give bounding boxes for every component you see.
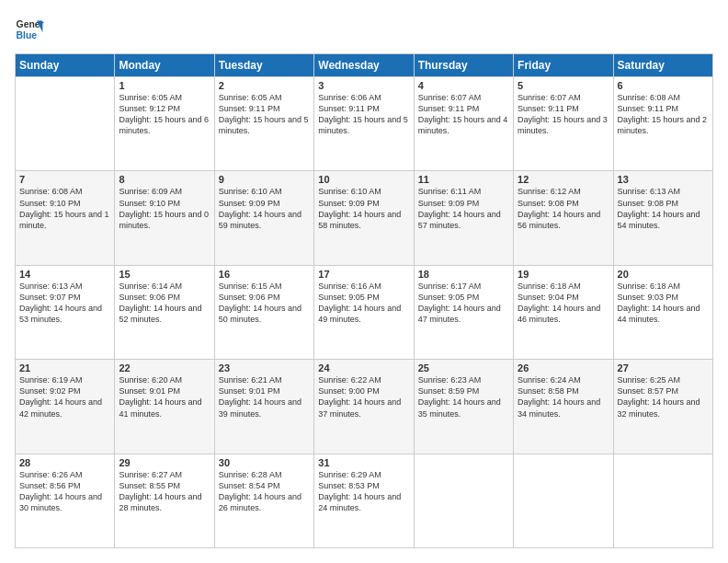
day-cell: 14 Sunrise: 6:13 AM Sunset: 9:07 PM Dayl…: [16, 265, 115, 359]
daylight-label: Daylight: 15 hours and 0 minutes.: [119, 210, 209, 230]
day-info: Sunrise: 6:16 AM Sunset: 9:05 PM Dayligh…: [318, 281, 409, 326]
day-info: Sunrise: 6:19 AM Sunset: 9:02 PM Dayligh…: [19, 374, 110, 419]
sunrise-label: Sunrise: 6:06 AM: [318, 93, 381, 102]
sunrise-label: Sunrise: 6:21 AM: [219, 375, 282, 385]
day-cell: [414, 454, 513, 547]
day-number: 20: [618, 269, 709, 280]
sunrise-label: Sunrise: 6:27 AM: [119, 470, 182, 479]
day-cell: 26 Sunrise: 6:24 AM Sunset: 8:58 PM Dayl…: [514, 360, 613, 454]
sunset-label: Sunset: 9:09 PM: [418, 199, 480, 208]
day-number: 15: [119, 269, 210, 280]
daylight-label: Daylight: 14 hours and 57 minutes.: [418, 210, 501, 230]
sunset-label: Sunset: 8:57 PM: [618, 386, 679, 396]
calendar-table: SundayMondayTuesdayWednesdayThursdayFrid…: [15, 53, 713, 548]
day-cell: 7 Sunrise: 6:08 AM Sunset: 9:10 PM Dayli…: [16, 171, 115, 265]
daylight-label: Daylight: 15 hours and 3 minutes.: [518, 115, 608, 135]
header: General Blue: [15, 15, 713, 44]
sunrise-label: Sunrise: 6:09 AM: [119, 187, 182, 196]
sunset-label: Sunset: 9:06 PM: [219, 293, 280, 302]
day-cell: [613, 454, 712, 547]
sunrise-label: Sunrise: 6:18 AM: [618, 282, 681, 291]
day-info: Sunrise: 6:13 AM Sunset: 9:07 PM Dayligh…: [19, 281, 110, 326]
day-info: Sunrise: 6:07 AM Sunset: 9:11 PM Dayligh…: [418, 92, 509, 137]
sunset-label: Sunset: 9:12 PM: [119, 104, 180, 113]
day-number: 6: [618, 80, 709, 91]
day-info: Sunrise: 6:09 AM Sunset: 9:10 PM Dayligh…: [119, 186, 210, 231]
day-cell: 28 Sunrise: 6:26 AM Sunset: 8:56 PM Dayl…: [16, 454, 115, 547]
day-cell: 30 Sunrise: 6:28 AM Sunset: 8:54 PM Dayl…: [214, 454, 313, 547]
sunset-label: Sunset: 9:11 PM: [219, 104, 280, 113]
day-cell: 11 Sunrise: 6:11 AM Sunset: 9:09 PM Dayl…: [414, 171, 513, 265]
sunset-label: Sunset: 9:04 PM: [518, 293, 579, 302]
day-info: Sunrise: 6:28 AM Sunset: 8:54 PM Dayligh…: [219, 469, 310, 514]
day-number: 11: [418, 174, 509, 185]
day-info: Sunrise: 6:18 AM Sunset: 9:03 PM Dayligh…: [618, 281, 709, 326]
daylight-label: Daylight: 15 hours and 4 minutes.: [418, 115, 508, 135]
sunrise-label: Sunrise: 6:11 AM: [418, 187, 482, 196]
sunrise-label: Sunrise: 6:25 AM: [618, 375, 681, 385]
day-info: Sunrise: 6:29 AM Sunset: 8:53 PM Dayligh…: [318, 469, 409, 514]
day-cell: 6 Sunrise: 6:08 AM Sunset: 9:11 PM Dayli…: [613, 77, 712, 171]
day-number: 28: [19, 457, 110, 468]
day-cell: 2 Sunrise: 6:05 AM Sunset: 9:11 PM Dayli…: [214, 77, 313, 171]
sunrise-label: Sunrise: 6:24 AM: [518, 375, 581, 385]
weekday-header-thursday: Thursday: [414, 54, 513, 77]
day-info: Sunrise: 6:05 AM Sunset: 9:12 PM Dayligh…: [119, 92, 210, 137]
day-number: 1: [119, 80, 210, 91]
daylight-label: Daylight: 15 hours and 5 minutes.: [318, 115, 408, 135]
sunrise-label: Sunrise: 6:26 AM: [19, 470, 83, 479]
day-info: Sunrise: 6:25 AM Sunset: 8:57 PM Dayligh…: [618, 374, 709, 419]
sunrise-label: Sunrise: 6:15 AM: [219, 282, 282, 291]
day-info: Sunrise: 6:21 AM Sunset: 9:01 PM Dayligh…: [219, 374, 310, 419]
daylight-label: Daylight: 14 hours and 54 minutes.: [618, 210, 700, 230]
daylight-label: Daylight: 14 hours and 44 minutes.: [618, 304, 700, 324]
weekday-header-friday: Friday: [514, 54, 613, 77]
day-number: 27: [618, 362, 709, 373]
week-row-2: 7 Sunrise: 6:08 AM Sunset: 9:10 PM Dayli…: [16, 171, 713, 265]
day-cell: 17 Sunrise: 6:16 AM Sunset: 9:05 PM Dayl…: [314, 265, 414, 359]
day-info: Sunrise: 6:23 AM Sunset: 8:59 PM Dayligh…: [418, 374, 509, 419]
day-info: Sunrise: 6:14 AM Sunset: 9:06 PM Dayligh…: [119, 281, 210, 326]
sunset-label: Sunset: 9:11 PM: [318, 104, 380, 113]
sunset-label: Sunset: 8:58 PM: [518, 386, 579, 396]
day-info: Sunrise: 6:07 AM Sunset: 9:11 PM Dayligh…: [518, 92, 609, 137]
day-cell: 13 Sunrise: 6:13 AM Sunset: 9:08 PM Dayl…: [613, 171, 712, 265]
day-info: Sunrise: 6:26 AM Sunset: 8:56 PM Dayligh…: [19, 469, 110, 514]
day-cell: 24 Sunrise: 6:22 AM Sunset: 9:00 PM Dayl…: [314, 360, 414, 454]
daylight-label: Daylight: 14 hours and 47 minutes.: [418, 304, 501, 324]
daylight-label: Daylight: 15 hours and 1 minute.: [19, 210, 109, 230]
day-number: 3: [318, 80, 409, 91]
day-info: Sunrise: 6:08 AM Sunset: 9:10 PM Dayligh…: [19, 186, 110, 231]
svg-text:Blue: Blue: [17, 30, 38, 40]
day-info: Sunrise: 6:08 AM Sunset: 9:11 PM Dayligh…: [618, 92, 709, 137]
day-number: 22: [119, 362, 210, 373]
day-number: 19: [518, 269, 609, 280]
sunrise-label: Sunrise: 6:13 AM: [19, 282, 83, 291]
sunset-label: Sunset: 9:10 PM: [19, 199, 81, 208]
sunset-label: Sunset: 9:03 PM: [618, 293, 679, 302]
day-info: Sunrise: 6:05 AM Sunset: 9:11 PM Dayligh…: [219, 92, 310, 137]
sunrise-label: Sunrise: 6:23 AM: [418, 375, 482, 385]
day-number: 13: [618, 174, 709, 185]
day-info: Sunrise: 6:11 AM Sunset: 9:09 PM Dayligh…: [418, 186, 509, 231]
daylight-label: Daylight: 14 hours and 49 minutes.: [318, 304, 401, 324]
weekday-header-sunday: Sunday: [16, 54, 115, 77]
sunset-label: Sunset: 9:09 PM: [219, 199, 280, 208]
sunrise-label: Sunrise: 6:08 AM: [618, 93, 681, 102]
daylight-label: Daylight: 14 hours and 52 minutes.: [119, 304, 201, 324]
daylight-label: Daylight: 14 hours and 58 minutes.: [318, 210, 401, 230]
day-info: Sunrise: 6:18 AM Sunset: 9:04 PM Dayligh…: [518, 281, 609, 326]
sunset-label: Sunset: 9:10 PM: [119, 199, 180, 208]
day-cell: 29 Sunrise: 6:27 AM Sunset: 8:55 PM Dayl…: [115, 454, 214, 547]
sunrise-label: Sunrise: 6:17 AM: [418, 282, 482, 291]
sunset-label: Sunset: 9:00 PM: [318, 386, 380, 396]
daylight-label: Daylight: 15 hours and 6 minutes.: [119, 115, 209, 135]
day-cell: 15 Sunrise: 6:14 AM Sunset: 9:06 PM Dayl…: [115, 265, 214, 359]
sunset-label: Sunset: 9:02 PM: [19, 386, 81, 396]
day-cell: 21 Sunrise: 6:19 AM Sunset: 9:02 PM Dayl…: [16, 360, 115, 454]
sunrise-label: Sunrise: 6:28 AM: [219, 470, 282, 479]
sunrise-label: Sunrise: 6:05 AM: [119, 93, 182, 102]
daylight-label: Daylight: 14 hours and 41 minutes.: [119, 397, 201, 418]
sunset-label: Sunset: 9:05 PM: [418, 293, 480, 302]
day-info: Sunrise: 6:10 AM Sunset: 9:09 PM Dayligh…: [318, 186, 409, 231]
